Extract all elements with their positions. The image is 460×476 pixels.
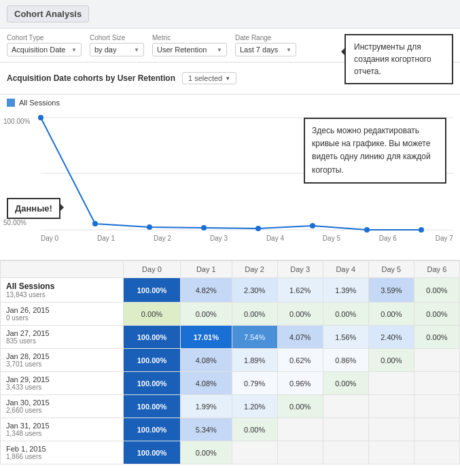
table-cell: 0.00% <box>277 303 323 326</box>
table-cell: 0.00% <box>414 278 459 303</box>
selected-badge[interactable]: 1 selected ▼ <box>182 72 236 84</box>
cohort-size-select[interactable]: by day ▼ <box>90 43 144 56</box>
row-label: Jan 27, 2015835 users <box>1 326 124 349</box>
controls-bar: Cohort Type Acquisition Date ▼ Cohort Si… <box>0 29 460 63</box>
cohort-size-control: Cohort Size by day ▼ <box>90 34 144 56</box>
table-cell: 4.07% <box>277 326 323 349</box>
table-cell <box>368 418 414 441</box>
table-cell: 1.56% <box>323 326 368 349</box>
table-cell <box>232 441 277 464</box>
metric-label: Metric <box>152 34 227 41</box>
date-range-select[interactable]: Last 7 days ▼ <box>235 43 296 56</box>
chart-dot-0 <box>38 115 43 120</box>
table-cell: 0.79% <box>232 372 277 395</box>
table-cell: 100.00% <box>123 372 180 395</box>
tooltip-data: Данные! <box>7 198 60 219</box>
row-label: Feb 1, 20151,866 users <box>1 441 124 464</box>
table-cell: 3.59% <box>368 278 414 303</box>
table-cell <box>323 418 368 441</box>
table-cell: 0.62% <box>277 349 323 372</box>
table-cell <box>368 395 414 418</box>
x-label-2: Day 2 <box>154 235 171 242</box>
metric-value: User Retention <box>157 46 207 54</box>
metric-select[interactable]: User Retention ▼ <box>152 43 227 56</box>
table-cell: 0.00% <box>277 395 323 418</box>
selected-arrow-icon: ▼ <box>225 75 230 82</box>
table-cell <box>368 441 414 464</box>
table-cell: 1.39% <box>323 278 368 303</box>
table-cell: 0.00% <box>232 418 277 441</box>
x-label-1: Day 1 <box>97 235 115 242</box>
table-cell: 17.01% <box>181 326 232 349</box>
data-table: Day 0 Day 1 Day 2 Day 3 Day 4 Day 5 Day … <box>0 260 460 464</box>
app-title: Cohort Analysis <box>7 5 89 22</box>
table-cell: 0.00% <box>232 303 277 326</box>
x-label-4: Day 4 <box>266 235 284 242</box>
x-label-5: Day 5 <box>323 235 340 242</box>
table-cell: 2.40% <box>368 326 414 349</box>
table-cell: 100.00% <box>123 395 180 418</box>
cohort-size-arrow: ▼ <box>134 47 139 53</box>
chart-dot-4 <box>255 226 261 231</box>
legend-color-box <box>7 99 15 107</box>
tooltip-data-text: Данные! <box>15 203 52 214</box>
tooltip-tools: Инструменты для создания когортного отче… <box>344 34 453 84</box>
table-row: Jan 31, 20151,348 users100.00%5.34%0.00% <box>1 418 460 441</box>
chart-dot-1 <box>92 221 98 226</box>
table-cell: 1.99% <box>181 395 232 418</box>
cohort-type-select[interactable]: Acquisition Date ▼ <box>7 43 82 56</box>
date-range-value: Last 7 days <box>240 46 278 54</box>
table-cell <box>323 441 368 464</box>
table-cell <box>368 372 414 395</box>
table-cell <box>277 441 323 464</box>
table-cell: 100.00% <box>123 349 180 372</box>
table-cell <box>414 349 459 372</box>
metric-arrow: ▼ <box>217 47 222 53</box>
table-cell: 1.20% <box>232 395 277 418</box>
table-cell <box>323 395 368 418</box>
tooltip-graph-text: Здесь можно редактировать кривые на граф… <box>312 126 431 175</box>
table-cell: 4.08% <box>181 349 232 372</box>
table-cell <box>414 418 459 441</box>
row-label: All Sessions13,843 users <box>1 278 124 303</box>
x-label-3: Day 3 <box>210 235 228 242</box>
date-range-arrow: ▼ <box>286 47 291 53</box>
table-cell <box>414 441 459 464</box>
table-cell: 100.00% <box>123 326 180 349</box>
col-header-day3: Day 3 <box>277 261 323 278</box>
x-label-6: Day 6 <box>379 235 397 242</box>
row-label: Jan 26, 20150 users <box>1 303 124 326</box>
tooltip-tools-text: Инструменты для создания когортного отче… <box>354 42 431 76</box>
table-cell: 0.86% <box>323 349 368 372</box>
col-header-day4: Day 4 <box>323 261 368 278</box>
table-cell: 0.96% <box>277 372 323 395</box>
table-cell: 100.00% <box>123 418 180 441</box>
table-header-row: Day 0 Day 1 Day 2 Day 3 Day 4 Day 5 Day … <box>1 261 460 278</box>
table-row: Feb 1, 20151,866 users100.00%0.00% <box>1 441 460 464</box>
chart-header-title: Acquisition Date cohorts by User Retenti… <box>7 73 175 83</box>
table-section: Day 0 Day 1 Day 2 Day 3 Day 4 Day 5 Day … <box>0 260 460 464</box>
selected-value: 1 selected <box>188 74 222 82</box>
table-cell: 7.54% <box>232 326 277 349</box>
tooltip-graph: Здесь можно редактировать кривые на граф… <box>304 118 446 184</box>
legend-label: All Sessions <box>19 99 60 107</box>
chart-dot-3 <box>201 225 207 231</box>
cohort-type-label: Cohort Type <box>7 34 82 41</box>
x-axis: Day 0 Day 1 Day 2 Day 3 Day 4 Day 5 Day … <box>41 232 453 242</box>
top-bar: Cohort Analysis <box>0 0 460 29</box>
table-cell: 0.00% <box>123 303 180 326</box>
table-cell: 0.00% <box>323 372 368 395</box>
table-cell: 1.89% <box>232 349 277 372</box>
table-cell: 0.00% <box>414 326 459 349</box>
table-cell <box>277 418 323 441</box>
table-cell: 100.00% <box>123 441 180 464</box>
cohort-type-value: Acquisition Date <box>12 46 66 54</box>
col-header-day0: Day 0 <box>123 261 180 278</box>
y-label-100: 100.00% <box>3 118 30 125</box>
table-cell: 4.08% <box>181 372 232 395</box>
chart-area: 100.00% 50.00% Day 0 Day 1 Day 2 Day 3 D… <box>0 111 460 260</box>
cohort-size-label: Cohort Size <box>90 34 144 41</box>
row-label: Jan 28, 20153,701 users <box>1 349 124 372</box>
x-label-0: Day 0 <box>41 235 58 242</box>
chart-dot-6 <box>364 227 370 233</box>
